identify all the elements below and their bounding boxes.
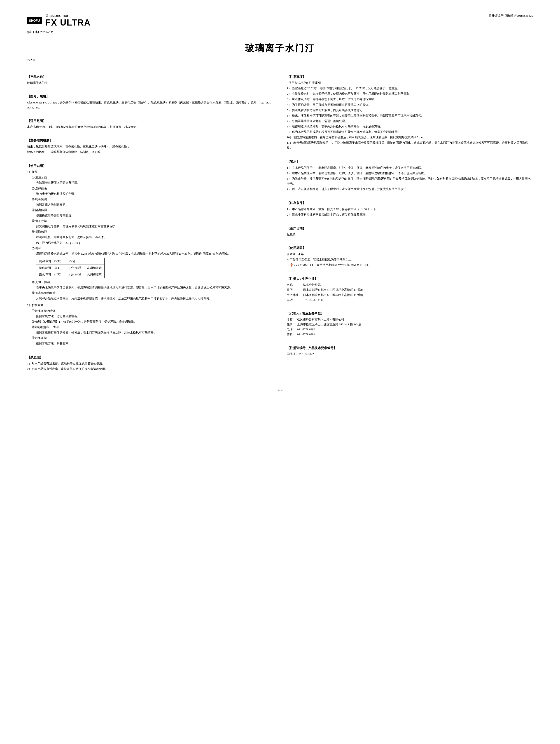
model-spec-content: Glasionomer FX ULTRA，分为粉剂（氟铝硅酸盐玻璃粉末、黄色氧化… <box>27 100 273 110</box>
table-cell: 从调和结束 <box>84 271 104 278</box>
table-cell: 日本京都府京都市东山区福稻上高松町 11 番地 <box>303 293 363 298</box>
model-spec-title: 【型号、规格】 <box>27 94 273 99</box>
application-title: 【适用范围】 <box>27 119 273 123</box>
manufacture-date-section: 【生产日期】 见包装 <box>287 226 533 237</box>
page-footer: 1 / 1 <box>27 385 533 392</box>
table-cell: 日本京都府京都市东山区福稻上高松町 11 番地 <box>303 287 363 292</box>
table-cell: 021-5779 6980 <box>297 327 361 332</box>
warnings-content: 1） 在本产品的使用中，若出现发湿疹、红肿、溃疡、瘙痒、麻痹等过敏症的患者，请停… <box>287 165 533 192</box>
right-column: 【注意事项】 [ 使用方法相及的注意事项 ] 1） 当室温超过 23 ℃时，可操… <box>287 75 533 376</box>
table-cell: 名称 <box>287 317 297 322</box>
table-row: 住所 日本京都府京都市东山区福稻上高松町 11 番地 <box>287 287 363 292</box>
page-header: SHOFU Glasionomer FX ULTRA 注册证编号: 国械注进20… <box>27 13 533 28</box>
product-name-title: 【产品名称】 <box>27 75 273 79</box>
storage-content: 1） 本产品需避免高温、潮湿、阳光直射，保存在室温（1〜30 ℃）下。 2） 避… <box>287 207 533 217</box>
table-row: 名称 株式会社松风 <box>287 283 363 287</box>
table-cell: 固化時間（37 ℃） <box>36 271 66 278</box>
table-row: 固化時間（37 ℃） 2 分 30 秒 从调和结束 <box>36 271 105 278</box>
table-cell: 生产地址 <box>287 293 303 298</box>
product-number: 72250 <box>27 58 533 63</box>
table-cell: 从调和开始 <box>84 265 104 271</box>
warnings-title: 【警示】 <box>287 159 533 164</box>
storage-title: 【贮存条件】 <box>287 200 533 206</box>
agent-content: 名称 松风齿科器材贸易（上海）有限公司 住所 上海市松江区余山工业区吉业路 64… <box>287 317 533 337</box>
reg-cert-section: 【注册证编号 / 产品技术要求编号】 国械注进 20183630225 <box>287 346 533 357</box>
logo-area: SHOFU Glasionomer FX ULTRA <box>27 13 91 28</box>
manufacturer-title: 【注册人 / 生产企业】 <box>287 276 533 282</box>
glasionomer-label: Glasionomer <box>45 13 91 18</box>
expiry-section: 【使用期限】 有效期：4 年 本产品使用至包装、容器上所记载的使用期限为止。 （… <box>287 246 533 268</box>
table-cell: 电话 <box>287 298 303 302</box>
table-cell: 2 分 20 秒 <box>66 265 84 271</box>
instructions-title: 【使用说明】 <box>27 163 273 169</box>
table-row: 生产地址 日本京都府京都市东山区福稻上高松町 11 番地 <box>287 293 363 298</box>
model-spec-section: 【型号、规格】 Glasionomer FX ULTRA，分为粉剂（氟铝硅酸盐玻… <box>27 94 273 110</box>
table-cell: 传真 <box>287 332 297 337</box>
composition-title: 【主要结构组成】 <box>27 138 273 143</box>
shofu-logo: SHOFU <box>27 17 42 24</box>
table-cell: +81-75-561-1112 <box>303 298 363 302</box>
product-logo: Glasionomer FX ULTRA <box>45 13 91 28</box>
reg-cert-content: 国械注进 20183630225 <box>287 351 533 357</box>
expiry-title: 【使用期限】 <box>287 246 533 251</box>
reg-cert-title: 【注册证编号 / 产品技术要求编号】 <box>287 346 533 351</box>
table-cell: 021-5779 6981 <box>297 332 361 337</box>
contraindications-content: 1）对本产品曾有过发疹、皮肤炎等过敏症的患者请勿使用。 2）对本产品曾有过发疹、… <box>27 361 273 371</box>
time-table-container: 調和時間（23 ℃） 45 秒 操作時間（23 ℃） 2 分 20 秒 从调和开… <box>36 258 273 278</box>
warnings-section: 【警示】 1） 在本产品的使用中，若出现发湿疹、红肿、溃疡、瘙痒、麻痹等过敏症的… <box>287 159 533 192</box>
manufacturer-section: 【注册人 / 生产企业】 名称 株式会社松风 住所 日本京都府京都市东山区福稻上… <box>287 276 533 302</box>
table-cell: 住所 <box>287 322 297 327</box>
table-cell: 住所 <box>287 287 303 292</box>
expiry-content: 有效期：4 年 本产品使用至包装、容器上所记载的使用期限为止。 （🏺YYYY-M… <box>287 252 533 267</box>
fx-ultra-label: FX ULTRA <box>45 18 91 28</box>
manufacturer-content: 名称 株式会社松风 住所 日本京都府京都市东山区福稻上高松町 11 番地 生产地… <box>287 283 533 302</box>
table-cell: 电话 <box>287 327 297 332</box>
revision-date: 修订日期: 2020年1月 <box>27 30 533 35</box>
contraindications-section: 【禁忌症】 1）对本产品曾有过发疹、皮肤炎等过敏症的患者请勿使用。 2）对本产品… <box>27 355 273 372</box>
table-cell <box>84 258 104 265</box>
table-row: 电话 +81-75-561-1112 <box>287 298 363 302</box>
main-content: 【产品名称】 玻璃离子水门汀 【型号、规格】 Glasionomer FX UL… <box>27 75 533 376</box>
reg-number: 注册证编号: 国械注进20183630225 <box>489 13 533 18</box>
table-row: 住所 上海市松江区余山工业区吉业路 645 号 1 幢 1-3 层 <box>287 322 361 327</box>
composition-content: 粉末：氟铝硅酸盐玻璃粉末、黄色氧化铁、三氧化二铁（铁丹）、黑色氧化铁； 液体：丙… <box>27 144 273 154</box>
document-title: 玻璃离子水门汀 <box>27 41 533 55</box>
composition-section: 【主要结构组成】 粉末：氟铝硅酸盐玻璃粉末、黄色氧化铁、三氧化二铁（铁丹）、黑色… <box>27 138 273 155</box>
table-row: 調和時間（23 ℃） 45 秒 <box>36 258 105 265</box>
instructions-content: 1）修复 ① 清洁牙面 去除附着在牙面上的斑点及污渍。 ② 选择颜色 选与患者的… <box>27 170 273 346</box>
table-row: 电话 021-5779 6980 <box>287 327 361 332</box>
manufacture-date-content: 见包装 <box>287 232 533 237</box>
precautions-content: [ 使用方法相及的注意事项 ] 1） 当室温超过 23 ℃时，可操作时间可能变短… <box>287 80 533 150</box>
precautions-section: 【注意事项】 [ 使用方法相及的注意事项 ] 1） 当室温超过 23 ℃时，可操… <box>287 75 533 151</box>
table-cell: 操作時間（23 ℃） <box>36 265 66 271</box>
table-cell: 45 秒 <box>66 258 84 265</box>
agent-section: 【代理人 / 售后服务单位】 名称 松风齿科器材贸易（上海）有限公司 住所 上海… <box>287 311 533 337</box>
left-column: 【产品名称】 玻璃离子水门汀 【型号、规格】 Glasionomer FX UL… <box>27 75 273 376</box>
time-table: 調和時間（23 ℃） 45 秒 操作時間（23 ℃） 2 分 20 秒 从调和开… <box>36 258 105 278</box>
application-section: 【适用范围】 本产品用于Ⅰ类、Ⅱ类、Ⅲ类和Ⅴ类龋洞的修复及楔状缺损的修复，根面修… <box>27 119 273 129</box>
agent-title: 【代理人 / 售后服务单位】 <box>287 311 533 316</box>
table-cell: 株式会社松风 <box>303 283 363 287</box>
manufacture-date-title: 【生产日期】 <box>287 226 533 231</box>
table-cell: 2 分 30 秒 <box>66 271 84 278</box>
table-cell: 上海市松江区余山工业区吉业路 645 号 1 幢 1-3 层 <box>297 322 361 327</box>
table-cell: 名称 <box>287 283 303 287</box>
precautions-title: 【注意事项】 <box>287 75 533 79</box>
table-row: 名称 松风齿科器材贸易（上海）有限公司 <box>287 317 361 322</box>
contraindications-title: 【禁忌症】 <box>27 355 273 360</box>
table-row: 传真 021-5779 6981 <box>287 332 361 337</box>
product-name-content: 玻璃离子水门汀 <box>27 80 273 85</box>
page-number: 1 / 1 <box>277 388 282 391</box>
instructions-section: 【使用说明】 1）修复 ① 清洁牙面 去除附着在牙面上的斑点及污渍。 ② 选择颜… <box>27 163 273 346</box>
table-cell: 調和時間（23 ℃） <box>36 258 66 265</box>
table-row: 操作時間（23 ℃） 2 分 20 秒 从调和开始 <box>36 265 105 271</box>
table-cell: 松风齿科器材贸易（上海）有限公司 <box>297 317 361 322</box>
product-name-section: 【产品名称】 玻璃离子水门汀 <box>27 75 273 85</box>
application-content: 本产品用于Ⅰ类、Ⅱ类、Ⅲ类和Ⅴ类龋洞的修复及楔状缺损的修复，根面修复，桩核修复。 <box>27 124 273 129</box>
storage-section: 【贮存条件】 1） 本产品需避免高温、潮湿、阳光直射，保存在室温（1〜30 ℃）… <box>287 200 533 218</box>
